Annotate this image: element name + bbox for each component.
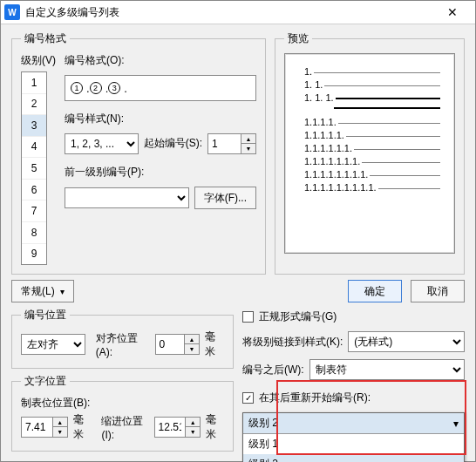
tabstop-label: 制表位位置(B): bbox=[21, 396, 224, 411]
spin-up-icon[interactable]: ▲ bbox=[185, 335, 199, 344]
dialog-body: 编号格式 级别(V) 1 2 3 4 5 6 7 8 9 编号格式(O): 1.… bbox=[1, 24, 475, 462]
font-button[interactable]: 字体(F)... bbox=[194, 187, 256, 209]
circled-1-icon: 1 bbox=[71, 82, 83, 94]
spin-down-icon[interactable]: ▼ bbox=[186, 427, 200, 437]
app-logo-icon: W bbox=[4, 4, 20, 20]
level-list[interactable]: 1 2 3 4 5 6 7 8 9 bbox=[21, 71, 47, 265]
restart-option-1[interactable]: 级别 1 bbox=[243, 434, 464, 454]
start-number-input[interactable]: ▲▼ bbox=[207, 133, 256, 154]
indent-input[interactable]: ▲▼ bbox=[154, 417, 201, 438]
start-spinner[interactable]: ▲▼ bbox=[241, 134, 255, 153]
spin-down-icon[interactable]: ▼ bbox=[185, 344, 199, 354]
legal-label: 正规形式编号(G) bbox=[259, 309, 337, 324]
after-label: 编号之后(W): bbox=[242, 363, 304, 377]
linkstyle-label: 将级别链接到样式(K): bbox=[242, 335, 343, 350]
format-group: 编号格式 级别(V) 1 2 3 4 5 6 7 8 9 编号格式(O): 1.… bbox=[11, 31, 266, 275]
restart-level-dropdown[interactable]: 级别 2▾ 级别 1 级别 2 bbox=[242, 412, 465, 462]
textpos-legend: 文字位置 bbox=[21, 374, 70, 389]
spin-down-icon[interactable]: ▼ bbox=[53, 427, 67, 437]
preview-legend: 预览 bbox=[284, 31, 312, 46]
level-3[interactable]: 3 bbox=[22, 115, 46, 137]
numpos-group: 编号位置 左对齐 对齐位置(A): ▲▼ 毫米 bbox=[11, 308, 234, 369]
level-6[interactable]: 6 bbox=[22, 180, 46, 201]
restart-selected[interactable]: 级别 2▾ bbox=[243, 413, 464, 434]
titlebar: W 自定义多级编号列表 ✕ bbox=[1, 1, 475, 24]
spin-down-icon[interactable]: ▼ bbox=[241, 144, 255, 153]
numfmt-label: 编号格式(O): bbox=[65, 53, 256, 68]
restart-checkbox[interactable]: ✓ bbox=[242, 392, 254, 404]
tabstop-input[interactable]: ▲▼ bbox=[21, 417, 68, 438]
circled-3-icon: 3 bbox=[108, 82, 120, 94]
restart-option-2[interactable]: 级别 2 bbox=[243, 454, 464, 462]
level-4[interactable]: 4 bbox=[22, 137, 46, 159]
close-button[interactable]: ✕ bbox=[433, 1, 472, 24]
preview-group: 预览 1. 1. 1. 1. 1. 1. 1.1.1.1. 1.1.1.1.1.… bbox=[275, 31, 465, 275]
dialog-title: 自定义多级编号列表 bbox=[25, 5, 433, 20]
level-2[interactable]: 2 bbox=[22, 94, 46, 116]
number-format-input[interactable]: 1. 2. 3. bbox=[65, 75, 256, 101]
restart-label: 在其后重新开始编号(R): bbox=[259, 391, 371, 405]
prevlevel-label: 前一级别编号(P): bbox=[65, 165, 256, 180]
number-style-select[interactable]: 1, 2, 3, ... bbox=[65, 133, 139, 154]
level-label: 级别(V) bbox=[21, 53, 56, 68]
normal-dropdown-button[interactable]: 常规(L) bbox=[11, 280, 74, 302]
ok-button[interactable]: 确定 bbox=[348, 280, 402, 302]
spin-up-icon[interactable]: ▲ bbox=[241, 134, 255, 144]
level-5[interactable]: 5 bbox=[22, 158, 46, 180]
chevron-down-icon: ▾ bbox=[453, 418, 459, 430]
level-1[interactable]: 1 bbox=[22, 72, 46, 94]
linkstyle-select[interactable]: (无样式) bbox=[348, 331, 465, 352]
legal-checkbox[interactable] bbox=[242, 311, 254, 323]
preview-box: 1. 1. 1. 1. 1. 1. 1.1.1.1. 1.1.1.1.1. 1.… bbox=[284, 53, 455, 254]
cancel-button[interactable]: 取消 bbox=[411, 280, 465, 302]
level-8[interactable]: 8 bbox=[22, 222, 46, 244]
indent-label: 缩进位置(I): bbox=[101, 414, 148, 441]
align-select[interactable]: 左对齐 bbox=[21, 334, 85, 355]
format-legend: 编号格式 bbox=[21, 31, 70, 46]
prev-level-select[interactable] bbox=[65, 187, 189, 208]
numstyle-label: 编号样式(N): bbox=[65, 112, 256, 126]
spin-up-icon[interactable]: ▲ bbox=[186, 418, 200, 427]
level-9[interactable]: 9 bbox=[22, 244, 46, 265]
spin-up-icon[interactable]: ▲ bbox=[53, 418, 67, 427]
alignat-input[interactable]: ▲▼ bbox=[155, 334, 200, 355]
after-select[interactable]: 制表符 bbox=[309, 359, 465, 380]
alignat-label: 对齐位置(A): bbox=[96, 331, 150, 358]
dialog: W 自定义多级编号列表 ✕ 编号格式 级别(V) 1 2 3 4 5 6 7 8… bbox=[0, 0, 476, 462]
start-number-field[interactable] bbox=[208, 138, 241, 150]
circled-2-icon: 2 bbox=[90, 82, 102, 94]
start-label: 起始编号(S): bbox=[144, 136, 202, 151]
textpos-group: 文字位置 制表位位置(B): ▲▼ 毫米 缩进位置(I): ▲▼ 毫米 bbox=[11, 374, 234, 452]
numpos-legend: 编号位置 bbox=[21, 308, 70, 323]
level-7[interactable]: 7 bbox=[22, 200, 46, 222]
